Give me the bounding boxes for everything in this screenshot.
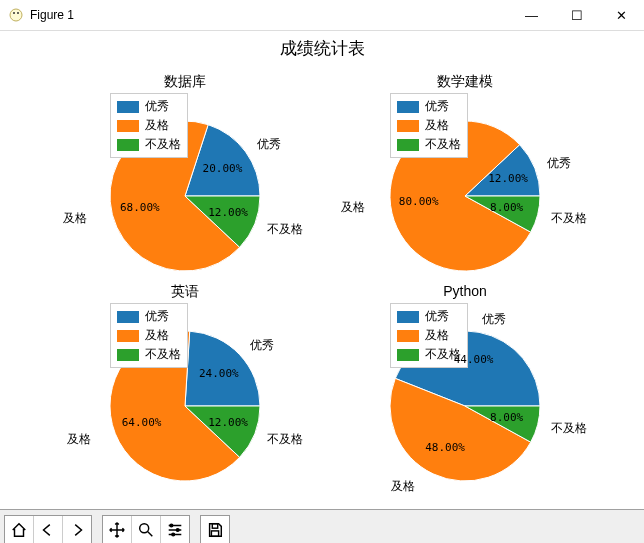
legend-item: 及格 <box>117 327 181 344</box>
legend-label: 不及格 <box>425 136 461 153</box>
toolbar-group-save <box>200 515 230 544</box>
save-icon <box>206 521 224 539</box>
pie-pct-label: 48.00% <box>425 441 465 454</box>
svg-point-3 <box>140 523 149 532</box>
legend-label: 不及格 <box>145 346 181 363</box>
home-button[interactable] <box>5 516 33 544</box>
home-icon <box>10 521 28 539</box>
app-icon <box>8 7 24 23</box>
close-button[interactable]: ✕ <box>599 0 644 30</box>
configure-button[interactable] <box>160 516 189 544</box>
legend-item: 优秀 <box>397 308 461 325</box>
subplot-1: 数学建模 优秀 及格 不及格 12.00%优秀80.00%及格8.00%不及格 <box>340 91 590 281</box>
legend-swatch <box>117 330 139 342</box>
back-button[interactable] <box>33 516 62 544</box>
pie-pct-label: 12.00% <box>488 172 528 185</box>
pie-slice-label: 优秀 <box>250 337 274 354</box>
sliders-icon <box>166 521 184 539</box>
legend-item: 不及格 <box>117 346 181 363</box>
svg-point-5 <box>176 528 179 531</box>
legend-label: 及格 <box>425 117 449 134</box>
subplot-title: Python <box>340 283 590 299</box>
svg-point-1 <box>13 12 15 14</box>
pie-pct-label: 12.00% <box>208 206 248 219</box>
window-title: Figure 1 <box>30 8 74 22</box>
legend-swatch <box>397 101 419 113</box>
legend-item: 及格 <box>397 327 461 344</box>
legend-label: 及格 <box>145 327 169 344</box>
legend-swatch <box>397 330 419 342</box>
legend-item: 及格 <box>397 117 461 134</box>
legend-item: 不及格 <box>117 136 181 153</box>
pie-pct-label: 44.00% <box>454 353 494 366</box>
window-controls: — ☐ ✕ <box>509 0 644 30</box>
legend-swatch <box>117 101 139 113</box>
pie-pct-label: 12.00% <box>208 416 248 429</box>
legend-label: 优秀 <box>145 308 169 325</box>
pie-slice-label: 及格 <box>67 431 91 448</box>
svg-point-4 <box>170 524 173 527</box>
pie-slice-label: 不及格 <box>267 431 303 448</box>
figure-canvas: 成绩统计表 数据库 优秀 及格 不及格 20.00%优秀68.00%及格12.0… <box>0 31 644 509</box>
minimize-button[interactable]: — <box>509 0 554 30</box>
legend-swatch <box>397 311 419 323</box>
legend: 优秀 及格 不及格 <box>390 93 468 158</box>
subplot-2: 英语 优秀 及格 不及格 24.00%优秀64.00%及格12.00%不及格 <box>60 301 310 491</box>
pie-slice-label: 优秀 <box>257 136 281 153</box>
maximize-button[interactable]: ☐ <box>554 0 599 30</box>
subplot-title: 数学建模 <box>340 73 590 91</box>
subplot-3: Python 优秀 及格 不及格 44.00%优秀48.00%及格8.00%不及… <box>340 301 590 491</box>
legend-label: 不及格 <box>145 136 181 153</box>
subplot-title: 英语 <box>60 283 310 301</box>
svg-rect-8 <box>211 530 218 535</box>
pie-slice-label: 优秀 <box>482 311 506 328</box>
svg-point-0 <box>10 9 22 21</box>
pie-slice-label: 不及格 <box>551 420 587 437</box>
move-icon <box>108 521 126 539</box>
pie-pct-label: 80.00% <box>399 195 439 208</box>
legend-label: 优秀 <box>145 98 169 115</box>
legend-label: 优秀 <box>425 98 449 115</box>
legend-swatch <box>117 349 139 361</box>
pie-slice-label: 不及格 <box>551 210 587 227</box>
legend-item: 优秀 <box>117 98 181 115</box>
pie-pct-label: 20.00% <box>203 162 243 175</box>
legend-item: 及格 <box>117 117 181 134</box>
legend-label: 及格 <box>425 327 449 344</box>
legend-swatch <box>117 311 139 323</box>
pan-button[interactable] <box>103 516 131 544</box>
pie-slice-label: 及格 <box>341 199 365 216</box>
zoom-button[interactable] <box>131 516 160 544</box>
legend-item: 优秀 <box>397 98 461 115</box>
figure-suptitle: 成绩统计表 <box>0 37 644 60</box>
pie-pct-label: 68.00% <box>120 201 160 214</box>
svg-point-6 <box>172 533 175 536</box>
pie-pct-label: 8.00% <box>490 411 523 424</box>
pie-slice-label: 及格 <box>391 478 415 495</box>
arrow-right-icon <box>68 521 86 539</box>
toolbar-group-nav <box>4 515 92 544</box>
pie-slice-label: 优秀 <box>547 155 571 172</box>
pie-slice-label: 及格 <box>63 210 87 227</box>
legend: 优秀 及格 不及格 <box>110 303 188 368</box>
titlebar: Figure 1 — ☐ ✕ <box>0 0 644 31</box>
mpl-toolbar <box>0 509 644 543</box>
legend-swatch <box>117 139 139 151</box>
forward-button[interactable] <box>62 516 91 544</box>
zoom-icon <box>137 521 155 539</box>
svg-rect-7 <box>212 523 217 528</box>
svg-point-2 <box>17 12 19 14</box>
legend-swatch <box>397 120 419 132</box>
legend-swatch <box>397 349 419 361</box>
save-button[interactable] <box>201 516 229 544</box>
legend: 优秀 及格 不及格 <box>110 93 188 158</box>
pie-pct-label: 8.00% <box>490 201 523 214</box>
legend-swatch <box>117 120 139 132</box>
subplot-0: 数据库 优秀 及格 不及格 20.00%优秀68.00%及格12.00%不及格 <box>60 91 310 281</box>
arrow-left-icon <box>39 521 57 539</box>
pie-pct-label: 24.00% <box>199 367 239 380</box>
legend-label: 及格 <box>145 117 169 134</box>
legend-label: 优秀 <box>425 308 449 325</box>
subplot-title: 数据库 <box>60 73 310 91</box>
legend-swatch <box>397 139 419 151</box>
